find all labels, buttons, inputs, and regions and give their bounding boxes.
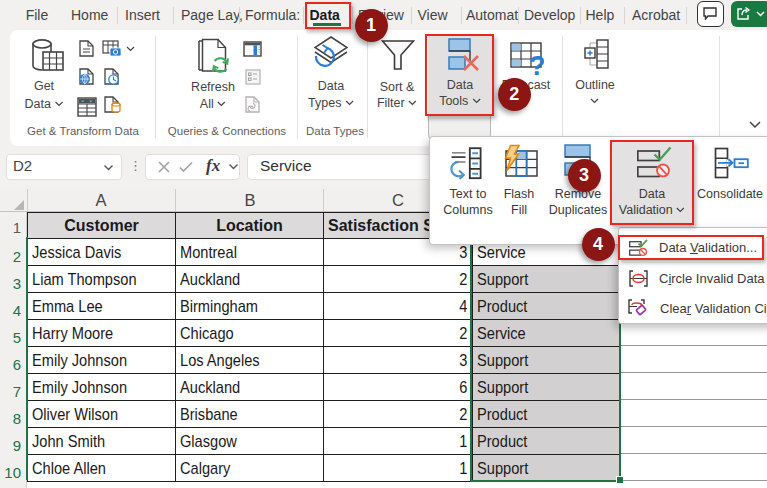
svg-text:?: ? bbox=[529, 51, 544, 75]
